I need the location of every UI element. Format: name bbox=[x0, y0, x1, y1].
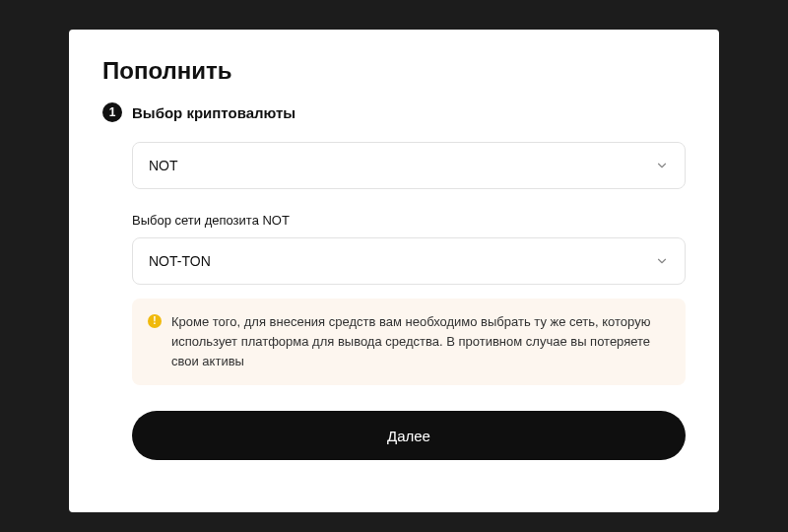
step-1-body: NOT Выбор сети депозита NOT NOT-TON ! Кр… bbox=[102, 142, 686, 460]
step-1-header: 1 Выбор криптовалюты bbox=[102, 102, 686, 122]
network-select[interactable]: NOT-TON bbox=[132, 237, 686, 285]
network-select-value: NOT-TON bbox=[149, 253, 211, 269]
warning-icon: ! bbox=[148, 314, 162, 328]
warning-text: Кроме того, для внесения средств вам нео… bbox=[171, 312, 670, 371]
next-button[interactable]: Далее bbox=[132, 411, 686, 460]
currency-select-value: NOT bbox=[149, 158, 178, 173]
chevron-down-icon bbox=[655, 254, 669, 268]
network-label: Выбор сети депозита NOT bbox=[132, 213, 686, 228]
page-title: Пополнить bbox=[102, 57, 686, 85]
step-number-badge: 1 bbox=[102, 102, 122, 122]
chevron-down-icon bbox=[655, 159, 669, 172]
step-1-label: Выбор криптовалюты bbox=[132, 104, 296, 121]
deposit-card: Пополнить 1 Выбор криптовалюты NOT Выбор… bbox=[69, 30, 719, 512]
network-warning: ! Кроме того, для внесения средств вам н… bbox=[132, 299, 686, 385]
currency-select[interactable]: NOT bbox=[132, 142, 686, 189]
